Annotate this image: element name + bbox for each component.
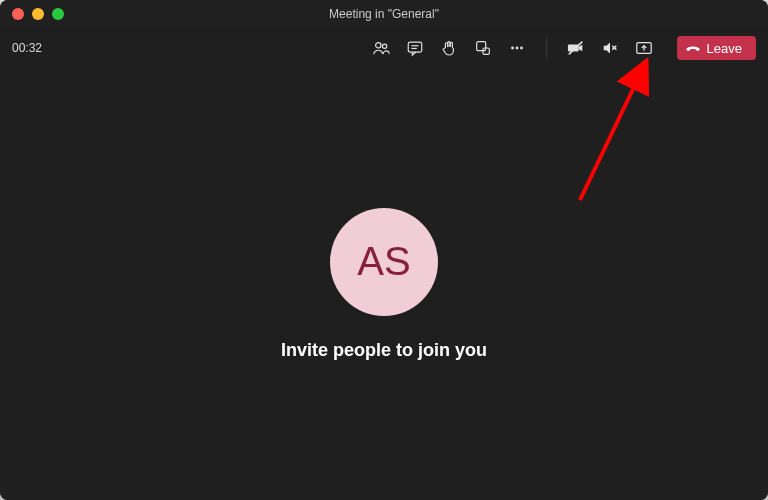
share-screen-button[interactable]	[635, 39, 653, 57]
people-button[interactable]	[372, 39, 390, 57]
toolbar-divider	[546, 37, 547, 59]
svg-point-9	[520, 47, 523, 50]
raise-hand-icon	[440, 39, 458, 57]
camera-button[interactable]	[567, 39, 585, 57]
meeting-stage: AS Invite people to join you	[0, 68, 768, 500]
leave-label: Leave	[707, 41, 742, 56]
raise-hand-button[interactable]	[440, 39, 458, 57]
meeting-timer: 00:32	[12, 41, 42, 55]
window-title: Meeting in "General"	[0, 7, 768, 21]
breakout-rooms-icon	[474, 39, 492, 57]
svg-point-7	[511, 47, 514, 50]
svg-rect-5	[476, 42, 485, 51]
hangup-icon	[685, 40, 701, 56]
share-screen-icon	[635, 38, 653, 58]
meeting-toolbar: 00:32	[0, 28, 768, 68]
avatar: AS	[330, 208, 438, 316]
avatar-initials: AS	[357, 239, 410, 284]
toolbar-actions: Leave	[372, 36, 756, 60]
close-window-icon[interactable]	[12, 8, 24, 20]
svg-rect-2	[408, 42, 422, 52]
breakout-rooms-button[interactable]	[474, 39, 492, 57]
audio-button[interactable]	[601, 39, 619, 57]
svg-point-8	[515, 47, 518, 50]
camera-off-icon	[567, 38, 585, 58]
svg-point-0	[375, 43, 380, 48]
svg-point-1	[382, 44, 386, 48]
meeting-window: Meeting in "General" 00:32	[0, 0, 768, 500]
chat-icon	[406, 39, 424, 57]
people-icon	[372, 39, 390, 57]
leave-button[interactable]: Leave	[677, 36, 756, 60]
audio-off-icon	[601, 38, 619, 58]
chat-button[interactable]	[406, 39, 424, 57]
minimize-window-icon[interactable]	[32, 8, 44, 20]
zoom-window-icon[interactable]	[52, 8, 64, 20]
more-icon	[508, 39, 526, 57]
window-controls	[0, 8, 64, 20]
invite-prompt: Invite people to join you	[281, 340, 487, 361]
more-button[interactable]	[508, 39, 526, 57]
titlebar: Meeting in "General"	[0, 0, 768, 28]
